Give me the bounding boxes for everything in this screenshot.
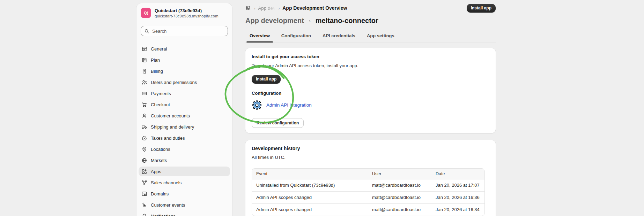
sidebar-item-users-and-permissions[interactable]: Users and permissions: [139, 77, 230, 87]
integration-row: Admin API integration: [252, 100, 489, 110]
breadcrumb-current: App Development Overview: [282, 5, 347, 11]
sidebar-item-locations[interactable]: Locations: [139, 144, 230, 154]
sidebar-item-label: Apps: [151, 169, 161, 174]
column-header-user: User: [368, 169, 431, 179]
store-switcher[interactable]: Q( Quickstart (73c9e93d) quickstart-73c9…: [136, 3, 232, 22]
review-configuration-button[interactable]: Review configuration: [252, 118, 304, 128]
users-icon: [141, 79, 147, 85]
tab-app-settings[interactable]: App settings: [363, 31, 399, 42]
sidebar-item-label: Plan: [151, 57, 160, 63]
moneybag-icon: [141, 135, 147, 141]
sidebar-item-plan[interactable]: Plan: [139, 55, 230, 65]
date-cell: Jan 20, 2026 at 16:34: [431, 204, 484, 216]
install-card-description: To get your Admin API access token, inst…: [252, 63, 489, 68]
sidebar-item-label: Locations: [151, 147, 170, 152]
sidebar-item-label: Billing: [151, 69, 163, 74]
configuration-heading: Configuration: [252, 91, 489, 96]
store-avatar: Q(: [141, 8, 151, 18]
install-card-title: Install to get your access token: [252, 54, 489, 59]
globe-icon: [141, 157, 147, 163]
history-table: EventUserDate Uninstalled from Quickstar…: [252, 168, 485, 216]
sidebar-item-label: Domains: [151, 191, 169, 196]
sidebar-item-label: Taxes and duties: [151, 136, 185, 141]
sidebar-item-domains[interactable]: Domains: [139, 189, 230, 199]
table-row: Admin API scopes changedmatt@cardboardto…: [252, 192, 484, 204]
breadcrumb-separator: ›: [254, 6, 255, 11]
sidebar-item-general[interactable]: General: [139, 44, 230, 54]
pin-icon: [141, 146, 147, 152]
gear-icon: [252, 100, 262, 110]
store-name: Quickstart (73c9e93d): [155, 8, 219, 13]
sidebar-item-label: Markets: [151, 158, 167, 163]
bell-icon: [141, 213, 147, 216]
apps-grid-icon: [245, 5, 251, 11]
cart-icon: [141, 102, 147, 108]
browser-icon: [141, 191, 147, 197]
sidebar-item-notifications[interactable]: Notifications: [139, 211, 230, 216]
sidebar-item-customer-events[interactable]: Customer events: [139, 200, 230, 210]
date-cell: Jan 20, 2026 at 16:36: [431, 192, 484, 204]
sidebar-item-customer-accounts[interactable]: Customer accounts: [139, 111, 230, 121]
tab-configuration[interactable]: Configuration: [277, 31, 315, 42]
cursor-icon: [141, 202, 147, 208]
payments-icon: [141, 91, 147, 97]
page-title: App development › meltano-connector: [245, 17, 496, 25]
sidebar-item-label: Checkout: [151, 102, 170, 107]
search-box[interactable]: [141, 26, 228, 36]
history-card-title: Development history: [252, 146, 489, 151]
settings-nav: GeneralPlanBillingUsers and permissionsP…: [136, 40, 232, 216]
sidebar-item-payments[interactable]: Payments: [139, 88, 230, 98]
sidebar-item-label: Users and permissions: [151, 80, 197, 85]
breadcrumb: › App dev › App Development Overview: [245, 5, 496, 11]
event-cell: Admin API scopes changed: [252, 204, 368, 216]
breadcrumb-app-dev[interactable]: App dev: [258, 6, 275, 11]
history-card-subtitle: All times in UTC.: [252, 155, 489, 160]
search-icon: [144, 29, 149, 34]
user-cell: matt@cardboardtoast.io: [368, 192, 431, 204]
column-header-event: Event: [252, 169, 368, 179]
sidebar-item-label: Payments: [151, 91, 171, 96]
plan-icon: [141, 57, 147, 63]
column-header-date: Date: [431, 169, 484, 179]
main-content: › App dev › App Development Overview Ins…: [245, 0, 496, 216]
title-app-development-link[interactable]: App development: [245, 17, 304, 25]
sidebar-item-checkout[interactable]: Checkout: [139, 100, 230, 109]
sidebar-item-sales-channels[interactable]: Sales channels: [139, 178, 230, 187]
sidebar-item-taxes-and-duties[interactable]: Taxes and duties: [139, 133, 230, 143]
sidebar-item-label: Notifications: [151, 214, 176, 216]
person-icon: [141, 113, 147, 119]
store-domain: quickstart-73c9e93d.myshopify.com: [155, 14, 219, 18]
user-cell: matt@cardboardtoast.io: [368, 179, 431, 192]
admin-api-integration-link[interactable]: Admin API integration: [266, 102, 312, 108]
development-history-card: Development history All times in UTC. Ev…: [245, 140, 496, 216]
table-row: Uninstalled from Quickstart (73c9e93d)ma…: [252, 179, 484, 192]
billing-icon: [141, 68, 147, 74]
search-input[interactable]: [151, 28, 224, 34]
breadcrumb-separator: ›: [278, 6, 280, 11]
title-app-name: meltano-connector: [316, 17, 378, 25]
title-separator: ›: [309, 18, 311, 24]
sidebar-item-apps[interactable]: Apps: [139, 167, 230, 176]
sidebar-item-shipping-and-delivery[interactable]: Shipping and delivery: [139, 122, 230, 132]
tab-overview[interactable]: Overview: [245, 31, 274, 42]
user-cell: matt@cardboardtoast.io: [368, 204, 431, 216]
sidebar-item-label: Shipping and delivery: [151, 124, 194, 130]
tab-api-credentials[interactable]: API credentials: [318, 31, 360, 42]
install-app-button[interactable]: Install app: [252, 75, 281, 84]
sidebar-item-label: Sales channels: [151, 180, 182, 185]
apps-icon: [141, 169, 147, 175]
sidebar-item-label: Customer events: [151, 202, 185, 208]
shopify-settings-page: Q( Quickstart (73c9e93d) quickstart-73c9…: [0, 0, 644, 216]
settings-sidebar: Q( Quickstart (73c9e93d) quickstart-73c9…: [136, 3, 232, 216]
storefront-icon: [141, 46, 147, 52]
table-row: Admin API scopes changedmatt@cardboardto…: [252, 204, 484, 216]
install-card: Install to get your access token To get …: [245, 48, 496, 133]
install-app-button-top[interactable]: Install app: [467, 4, 496, 13]
event-cell: Uninstalled from Quickstart (73c9e93d): [252, 179, 368, 192]
sidebar-divider: [136, 22, 232, 22]
sidebar-item-label: Customer accounts: [151, 113, 190, 118]
date-cell: Jan 20, 2026 at 17:07: [431, 179, 484, 192]
truck-icon: [141, 124, 147, 130]
sidebar-item-billing[interactable]: Billing: [139, 66, 230, 76]
sidebar-item-markets[interactable]: Markets: [139, 155, 230, 165]
